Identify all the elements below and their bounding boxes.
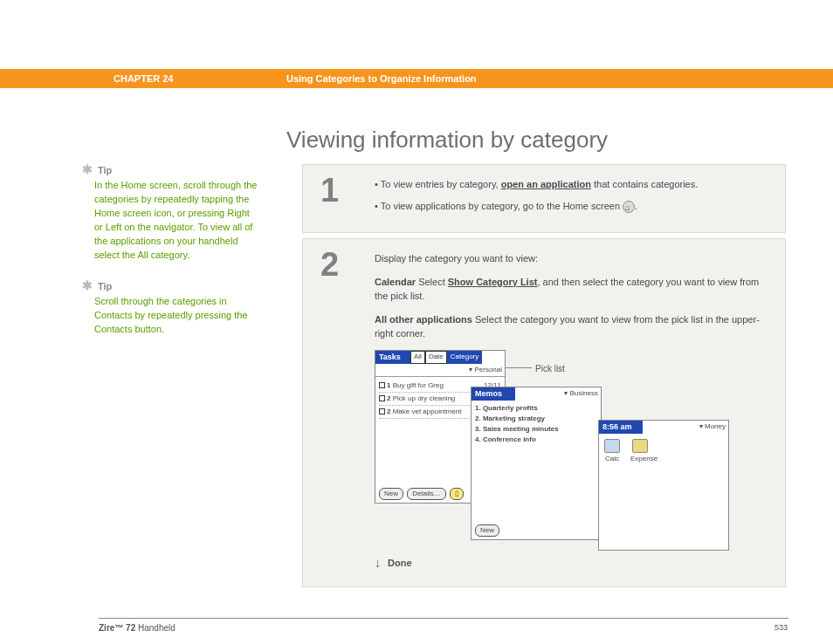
tab-category: Category <box>447 351 482 365</box>
memos-title: Memos <box>472 387 515 401</box>
tab-all: All <box>410 351 425 365</box>
tips-sidebar: ✱ Tip In the Home screen, scroll through… <box>94 162 260 352</box>
tip-icon: ✱ <box>82 278 93 292</box>
tip-label: Tip <box>98 281 112 291</box>
done-label: Done <box>388 556 412 571</box>
open-application-link[interactable]: open an application <box>501 179 591 189</box>
tab-date: Date <box>425 351 447 365</box>
chapter-number: CHAPTER 24 <box>114 73 173 84</box>
callout-line <box>506 367 532 368</box>
memo-item: 4. Conference info <box>475 435 597 445</box>
chapter-header: CHAPTER 24 Using Categories to Organize … <box>0 69 833 88</box>
home-time: 8:56 am <box>599 421 643 435</box>
text: Select <box>416 277 448 287</box>
tip-body: In the Home screen, scroll through the c… <box>94 179 260 263</box>
expense-app-icon: Expense <box>630 439 650 464</box>
new-button: New <box>379 488 403 500</box>
memo-item: 1. Quarterly profits <box>475 403 597 414</box>
calc-app-icon: Calc <box>602 439 622 464</box>
tip-body: Scroll through the categories in Contact… <box>94 295 260 337</box>
tasks-picklist: ▾ Personal <box>375 364 505 377</box>
home-picklist: ▾ Money <box>643 421 728 435</box>
footer-product: Zire™ 72 Handheld <box>99 623 176 633</box>
memos-screenshot: Memos ▾ Business 1. Quarterly profits 2.… <box>471 387 602 540</box>
picklist-callout: Pick list <box>535 362 565 375</box>
memo-item: 3. Sales meeting minutes <box>475 424 597 435</box>
step-2: 2 Display the category you want to view:… <box>302 238 786 587</box>
text: To view applications by category, go to … <box>381 201 623 211</box>
down-arrow-icon: ↓ <box>375 554 381 572</box>
tip-block: ✱ Tip Scroll through the categories in C… <box>94 278 260 337</box>
note-button: ▯ <box>450 488 464 500</box>
tip-label: Tip <box>98 165 112 175</box>
step-content: Display the category you want to view: C… <box>375 248 768 572</box>
memos-picklist: ▾ Business <box>515 387 601 401</box>
footer-rule <box>99 618 788 619</box>
steps-container: 1 • To view entries by category, open an… <box>302 164 786 593</box>
home-screenshot: 8:56 am ▾ Money Calc Expense <box>598 420 729 551</box>
calendar-label: Calendar <box>375 277 416 287</box>
step-number: 2 <box>320 248 345 572</box>
screenshot-group: Tasks All Date Category ▾ Personal 1 Buy… <box>375 350 768 551</box>
text: To view entries by category, <box>381 179 501 189</box>
show-category-list-link[interactable]: Show Category List <box>448 277 538 287</box>
home-icon <box>623 201 635 213</box>
done-indicator: ↓ Done <box>375 554 768 572</box>
text: . <box>635 201 637 211</box>
memo-item: 2. Marketing strategy <box>475 414 597 424</box>
tip-block: ✱ Tip In the Home screen, scroll through… <box>94 162 260 263</box>
step-content: • To view entries by category, open an a… <box>375 174 768 220</box>
other-apps-label: All other applications <box>375 314 472 325</box>
chapter-title: Using Categories to Organize Information <box>286 73 477 84</box>
page-title: Viewing information by category <box>286 127 608 154</box>
page-number: 533 <box>774 623 788 632</box>
step-1: 1 • To view entries by category, open an… <box>302 164 786 233</box>
step-number: 1 <box>320 174 345 220</box>
tasks-title: Tasks <box>375 351 410 365</box>
tip-icon: ✱ <box>82 162 93 176</box>
text: that contains categories. <box>591 179 698 189</box>
details-button: Details… <box>407 488 445 500</box>
new-button: New <box>475 524 499 537</box>
step-intro: Display the category you want to view: <box>375 251 768 266</box>
